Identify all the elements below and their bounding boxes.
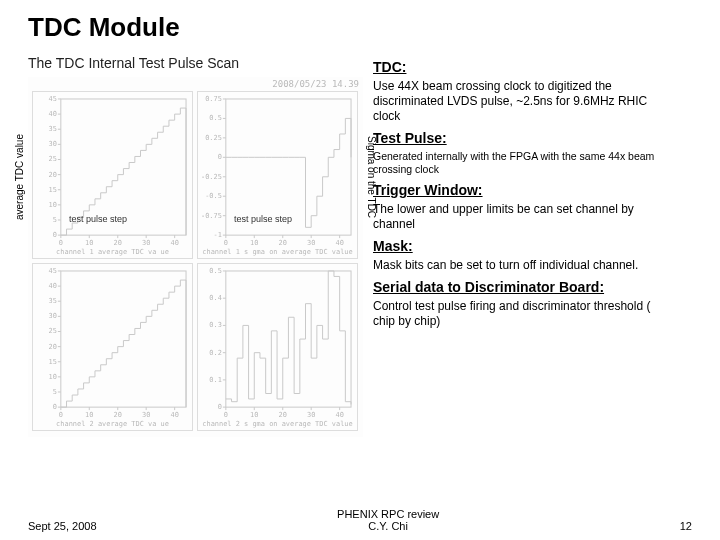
svg-text:45: 45: [48, 95, 56, 103]
footer-center: PHENIX RPC review C.Y. Chi: [337, 508, 439, 532]
ylabel-sigma: Sigma on the TDC: [366, 97, 377, 257]
svg-text:25: 25: [48, 155, 56, 163]
svg-text:0: 0: [218, 153, 222, 161]
svg-text:0.75: 0.75: [205, 95, 222, 103]
svg-text:20: 20: [48, 171, 56, 179]
chart-svg-2: 051015202530354045010203040channel 2 ave…: [33, 264, 192, 430]
svg-text:35: 35: [48, 125, 56, 133]
svg-text:30: 30: [307, 411, 315, 419]
footer-page: 12: [680, 520, 692, 532]
chart-panel-3: 00.10.20.30.40.5010203040channel 2 s gma…: [197, 263, 358, 431]
svg-text:20: 20: [279, 411, 287, 419]
svg-text:40: 40: [335, 239, 343, 247]
svg-text:-0.75: -0.75: [201, 212, 222, 220]
svg-text:40: 40: [335, 411, 343, 419]
chart-grid: test pulse step 051015202530354045010203…: [32, 91, 358, 431]
slide-title: TDC Module: [28, 12, 692, 43]
trigger-heading: Trigger Window:: [373, 182, 673, 198]
svg-text:channel 2 s gma on average TDC: channel 2 s gma on average TDC value: [202, 420, 352, 428]
serial-text: Control test pulse firing and discrimina…: [373, 299, 673, 329]
chart-panel-2: 051015202530354045010203040channel 2 ave…: [32, 263, 193, 431]
svg-text:30: 30: [142, 239, 150, 247]
footer-line1: PHENIX RPC review: [337, 508, 439, 520]
svg-text:35: 35: [48, 297, 56, 305]
svg-text:0: 0: [53, 231, 57, 239]
step-label-1: test pulse step: [234, 214, 292, 224]
plot-subtitle: The TDC Internal Test Pulse Scan: [28, 55, 363, 71]
svg-text:20: 20: [114, 411, 122, 419]
svg-text:0.1: 0.1: [209, 376, 222, 384]
svg-text:0.5: 0.5: [209, 267, 222, 275]
svg-text:40: 40: [48, 110, 56, 118]
svg-text:30: 30: [48, 312, 56, 320]
step-label-0: test pulse step: [69, 214, 127, 224]
svg-text:10: 10: [250, 239, 258, 247]
plot-area: 2008/05/23 14.39 average TDC value Sigma…: [28, 77, 363, 437]
svg-text:-0.25: -0.25: [201, 173, 222, 181]
svg-text:0.2: 0.2: [209, 349, 222, 357]
trigger-text: The lower and upper limits be can set ch…: [373, 202, 673, 232]
chart-panel-1: test pulse step -1-0.75-0.5-0.2500.250.5…: [197, 91, 358, 259]
svg-text:30: 30: [307, 239, 315, 247]
svg-text:0: 0: [59, 239, 63, 247]
svg-text:20: 20: [48, 343, 56, 351]
tdc-heading: TDC:: [373, 59, 673, 75]
svg-text:0: 0: [59, 411, 63, 419]
svg-text:-1: -1: [213, 231, 221, 239]
svg-text:40: 40: [170, 239, 178, 247]
svg-text:10: 10: [85, 239, 93, 247]
footer: Sept 25, 2008 PHENIX RPC review C.Y. Chi…: [28, 508, 692, 532]
mask-text: Mask bits can be set to turn off individ…: [373, 258, 673, 273]
left-column: The TDC Internal Test Pulse Scan 2008/05…: [28, 55, 363, 437]
svg-text:20: 20: [279, 239, 287, 247]
svg-rect-60: [61, 271, 186, 407]
serial-heading: Serial data to Discriminator Board:: [373, 279, 673, 295]
mask-heading: Mask:: [373, 238, 673, 254]
tdc-text: Use 44X beam crossing clock to digitized…: [373, 79, 673, 124]
footer-date: Sept 25, 2008: [28, 520, 97, 532]
svg-text:0.4: 0.4: [209, 294, 222, 302]
svg-text:0: 0: [224, 411, 228, 419]
content-row: The TDC Internal Test Pulse Scan 2008/05…: [28, 55, 692, 437]
svg-text:25: 25: [48, 327, 56, 335]
svg-text:40: 40: [48, 282, 56, 290]
chart-svg-3: 00.10.20.30.40.5010203040channel 2 s gma…: [198, 264, 357, 430]
svg-text:5: 5: [53, 216, 57, 224]
svg-text:0.5: 0.5: [209, 114, 222, 122]
right-column: TDC: Use 44X beam crossing clock to digi…: [373, 55, 673, 437]
svg-text:40: 40: [170, 411, 178, 419]
svg-text:5: 5: [53, 388, 57, 396]
svg-text:10: 10: [85, 411, 93, 419]
svg-text:-0.5: -0.5: [205, 192, 222, 200]
testpulse-text: Generated internally with the FPGA with …: [373, 150, 673, 176]
chart-svg-1: -1-0.75-0.5-0.2500.250.50.75010203040cha…: [198, 92, 357, 258]
svg-text:0.25: 0.25: [205, 134, 222, 142]
chart-svg-0: 051015202530354045010203040channel 1 ave…: [33, 92, 192, 258]
svg-text:30: 30: [48, 140, 56, 148]
svg-text:45: 45: [48, 267, 56, 275]
svg-text:10: 10: [250, 411, 258, 419]
svg-text:0: 0: [224, 239, 228, 247]
svg-text:0.3: 0.3: [209, 321, 222, 329]
svg-text:15: 15: [48, 186, 56, 194]
svg-text:channel 2 average TDC va ue: channel 2 average TDC va ue: [56, 420, 169, 428]
svg-text:0: 0: [53, 403, 57, 411]
svg-text:20: 20: [114, 239, 122, 247]
footer-line2: C.Y. Chi: [337, 520, 439, 532]
ylabel-average: average TDC value: [14, 97, 25, 257]
plot-timestamp: 2008/05/23 14.39: [272, 79, 359, 89]
testpulse-heading: Test Pulse:: [373, 130, 673, 146]
svg-text:10: 10: [48, 373, 56, 381]
svg-text:channel 1 average TDC va ue: channel 1 average TDC va ue: [56, 248, 169, 256]
svg-text:10: 10: [48, 201, 56, 209]
svg-text:15: 15: [48, 358, 56, 366]
svg-text:30: 30: [142, 411, 150, 419]
svg-text:0: 0: [218, 403, 222, 411]
chart-panel-0: test pulse step 051015202530354045010203…: [32, 91, 193, 259]
svg-text:channel 1 s gma on average TDC: channel 1 s gma on average TDC value: [202, 248, 352, 256]
